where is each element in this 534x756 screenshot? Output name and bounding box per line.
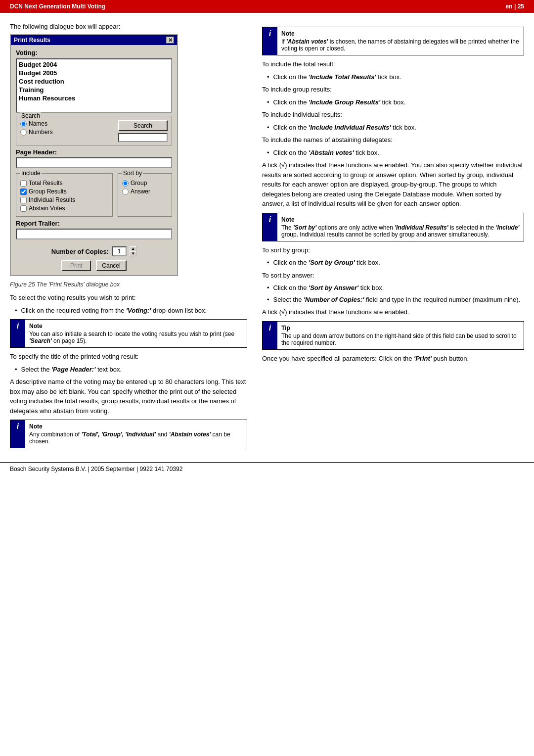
print-button[interactable]: Print	[61, 260, 91, 271]
note-icon-4: i	[263, 213, 277, 241]
right-text-8: A tick (√) indicates that these function…	[262, 307, 524, 317]
sortby-group-radio-row: Group	[122, 180, 168, 187]
bullet-dot-r2: •	[267, 97, 269, 107]
voting-item-budget2004[interactable]: Budget 2004	[18, 60, 170, 69]
page-footer: Bosch Security Systems B.V. | 2005 Septe…	[0, 462, 534, 475]
right-text-6: To sort by group:	[262, 245, 524, 255]
copies-up-button[interactable]: ▲	[130, 246, 136, 251]
header-left: DCN Next Generation Multi Voting	[10, 3, 105, 10]
note-content-abstain: Note If 'Abstain votes' is chosen, the n…	[277, 27, 524, 55]
right-column: i Note If 'Abstain votes' is chosen, the…	[262, 23, 524, 452]
search-right: Search	[118, 120, 168, 142]
search-input[interactable]	[118, 133, 168, 142]
bullet-dot: •	[15, 306, 17, 316]
page-header-input[interactable]	[16, 157, 172, 168]
right-bullet-5: • Click on the 'Sort by Group' tick box.	[267, 258, 524, 268]
checkbox-total-results: Total Results	[20, 180, 108, 187]
checkbox-group-results: Group Results	[20, 188, 108, 195]
note-icon-3: i	[263, 27, 277, 55]
tip-box: i Tip The up and down arrow buttons on t…	[262, 321, 524, 350]
bullet-dot-r4: •	[267, 148, 269, 158]
sortby-group: Sort by Group Answer	[118, 173, 172, 217]
note-title-2: Note	[29, 423, 243, 430]
checkbox-group[interactable]	[20, 189, 27, 195]
radio-names-row: Names	[20, 120, 115, 127]
tip-text: The up and down arrow buttons on the rig…	[281, 332, 520, 346]
right-bullet-3-text: Click on the 'Include Individual Results…	[273, 123, 416, 133]
report-trailer-input[interactable]	[16, 229, 172, 239]
voting-listbox[interactable]: Budget 2004 Budget 2005 Cost reduction T…	[16, 58, 172, 113]
right-bullet-2-text: Click on the 'Include Group Results' tic…	[273, 97, 406, 107]
left-column: The following dialogue box will appear: …	[10, 23, 247, 452]
checkbox-abstain-label: Abstain Votes	[29, 205, 65, 212]
footer-left: Bosch Security Systems B.V. | 2005 Septe…	[10, 466, 182, 472]
radio-names[interactable]	[20, 121, 27, 127]
checkbox-individual[interactable]	[20, 197, 27, 203]
radio-sortby-group[interactable]	[122, 180, 129, 187]
radio-sortby-group-label: Group	[131, 180, 147, 187]
bullet-dot-r3: •	[267, 123, 269, 133]
note-text-combination: Any combination of 'Total', 'Group', 'In…	[29, 431, 243, 445]
note-text-abstain: If 'Abstain votes' is chosen, the names …	[281, 38, 520, 52]
copies-down-button[interactable]: ▼	[130, 251, 136, 256]
print-results-dialog: Print Results ✕ Voting: Budget 2004 Budg…	[10, 34, 178, 276]
report-trailer-label: Report Trailer:	[16, 220, 172, 227]
dialog-buttons: Print Cancel	[16, 260, 172, 271]
left-body-text-3: A descriptive name of the voting may be …	[10, 377, 247, 416]
right-text-2: To include group results:	[262, 85, 524, 94]
right-bullet-7: • Select the 'Number of Copies:' field a…	[267, 295, 524, 305]
right-text-1: To include the total result:	[262, 59, 524, 69]
fig-caption: Figure 25 The 'Print Results' dialogue b…	[10, 281, 247, 288]
include-sortby-row: Include Total Results Group Results	[16, 173, 172, 217]
checkbox-abstain-votes: Abstain Votes	[20, 205, 108, 212]
search-button[interactable]: Search	[118, 120, 168, 131]
sortby-answer-radio-row: Answer	[122, 188, 168, 195]
note-icon: i	[10, 320, 25, 347]
left-bullet-2-text: Select the 'Page Header:' text box.	[21, 365, 122, 375]
right-bullet-6: • Click on the 'Sort by Answer' tick box…	[267, 283, 524, 293]
left-body-text-2: To specify the title of the printed voti…	[10, 352, 247, 362]
right-bullet-2: • Click on the 'Include Group Results' t…	[267, 97, 524, 107]
checkbox-total[interactable]	[20, 180, 27, 187]
note-icon-2: i	[10, 420, 25, 448]
include-group-title: Include	[20, 170, 42, 177]
header-right: en | 25	[506, 3, 524, 10]
voting-item-humanresources[interactable]: Human Resources	[18, 94, 170, 102]
voting-item-training[interactable]: Training	[18, 86, 170, 94]
right-text-7: To sort by answer:	[262, 271, 524, 281]
left-body-text-1: To select the voting results you wish to…	[10, 293, 247, 303]
copies-input[interactable]	[112, 246, 127, 256]
note-box-abstain: i Note If 'Abstain votes' is chosen, the…	[262, 27, 524, 55]
search-group: Search Names Numbers	[16, 116, 172, 145]
tip-content: Tip The up and down arrow buttons on the…	[277, 322, 524, 349]
checkbox-abstain[interactable]	[20, 205, 27, 212]
left-bullet-1-text: Click on the required voting from the 'V…	[21, 306, 207, 316]
right-text-4: To include the names of abstaining deleg…	[262, 135, 524, 145]
bullet-dot-r5: •	[267, 258, 269, 268]
voting-label: Voting:	[16, 49, 172, 56]
right-text-5: A tick (√) indicates that these function…	[262, 160, 524, 209]
cancel-button[interactable]: Cancel	[96, 260, 126, 271]
right-bullet-4: • Click on the 'Abstain votes' tick box.	[267, 148, 524, 158]
note-content-combination: Note Any combination of 'Total', 'Group'…	[25, 420, 247, 448]
dialog-close-button[interactable]: ✕	[166, 37, 174, 44]
checkbox-individual-results: Individual Results	[20, 196, 108, 203]
copies-spinner: ▲ ▼	[130, 246, 136, 256]
dialog-titlebar: Print Results ✕	[11, 35, 177, 45]
radio-numbers-row: Numbers	[20, 129, 115, 136]
voting-item-budget2005[interactable]: Budget 2005	[18, 69, 170, 77]
sortby-group-title: Sort by	[122, 170, 143, 177]
right-bullet-7-text: Select the 'Number of Copies:' field and…	[273, 295, 521, 305]
note-title-4: Note	[281, 216, 520, 223]
copies-label: Number of Copies:	[51, 248, 109, 255]
right-bullet-6-text: Click on the 'Sort by Answer' tick box.	[273, 283, 384, 293]
radio-numbers[interactable]	[20, 129, 27, 136]
radio-numbers-label: Numbers	[29, 129, 53, 136]
voting-item-costreduction[interactable]: Cost reduction	[18, 77, 170, 86]
page-header: DCN Next Generation Multi Voting en | 25	[0, 0, 534, 13]
bullet-dot-r6: •	[267, 283, 269, 293]
right-bullet-4-text: Click on the 'Abstain votes' tick box.	[273, 148, 379, 158]
radio-sortby-answer[interactable]	[122, 189, 129, 195]
right-bullet-3: • Click on the 'Include Individual Resul…	[267, 123, 524, 133]
page-header-label: Page Header:	[16, 148, 172, 156]
